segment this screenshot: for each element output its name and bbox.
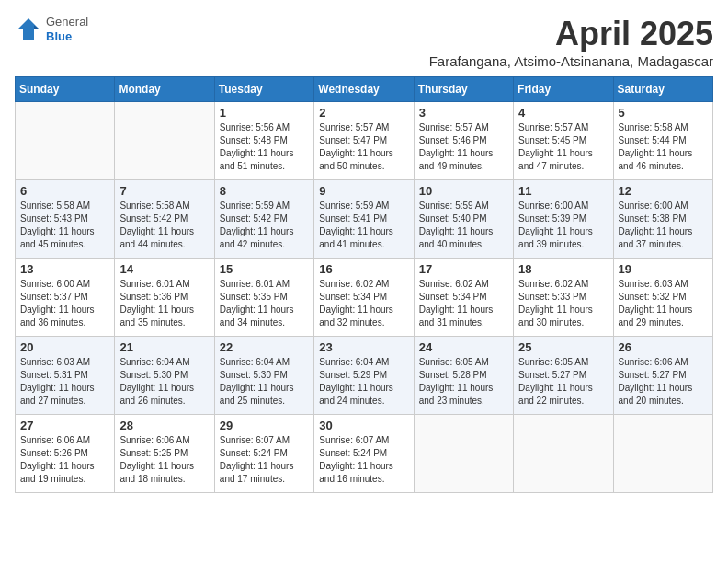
day-number: 8 [220,184,309,198]
calendar-table: SundayMondayTuesdayWednesdayThursdayFrid… [15,76,713,493]
cell-details: Sunrise: 5:59 AMSunset: 5:40 PMDaylight:… [419,201,494,249]
calendar-cell: 1Sunrise: 5:56 AMSunset: 5:48 PMDaylight… [214,102,313,180]
cell-details: Sunrise: 6:04 AMSunset: 5:30 PMDaylight:… [220,357,294,406]
calendar-cell: 25Sunrise: 6:05 AMSunset: 5:27 PMDayligh… [514,337,613,415]
day-number: 24 [419,340,508,354]
calendar-cell [115,102,214,180]
location-title: Farafangana, Atsimo-Atsinanana, Madagasc… [429,53,713,69]
calendar-body: 1Sunrise: 5:56 AMSunset: 5:48 PMDaylight… [16,102,713,493]
day-number: 10 [419,184,508,198]
calendar-cell: 5Sunrise: 5:58 AMSunset: 5:44 PMDaylight… [613,102,712,180]
calendar-cell: 8Sunrise: 5:59 AMSunset: 5:42 PMDaylight… [214,180,313,259]
calendar-cell: 26Sunrise: 6:06 AMSunset: 5:27 PMDayligh… [613,337,712,415]
calendar-week-row: 27Sunrise: 6:06 AMSunset: 5:26 PMDayligh… [16,415,713,493]
day-number: 20 [20,340,109,354]
cell-details: Sunrise: 5:59 AMSunset: 5:41 PMDaylight:… [319,201,393,249]
day-number: 16 [319,262,408,276]
calendar-cell: 3Sunrise: 5:57 AMSunset: 5:46 PMDaylight… [414,102,513,180]
calendar-cell: 11Sunrise: 6:00 AMSunset: 5:39 PMDayligh… [514,180,613,259]
day-number: 30 [319,419,408,432]
calendar-week-row: 1Sunrise: 5:56 AMSunset: 5:48 PMDaylight… [16,102,713,180]
cell-details: Sunrise: 5:58 AMSunset: 5:42 PMDaylight:… [119,201,194,249]
calendar-cell: 18Sunrise: 6:02 AMSunset: 5:33 PMDayligh… [514,259,613,337]
day-number: 15 [220,262,309,276]
logo: General Blue [15,15,88,43]
weekday-header-cell: Friday [514,77,613,102]
cell-details: Sunrise: 6:05 AMSunset: 5:28 PMDaylight:… [419,357,494,406]
weekday-header-cell: Wednesday [314,77,414,102]
calendar-cell: 13Sunrise: 6:00 AMSunset: 5:37 PMDayligh… [16,259,115,337]
calendar-cell: 27Sunrise: 6:06 AMSunset: 5:26 PMDayligh… [16,415,115,493]
cell-details: Sunrise: 6:04 AMSunset: 5:30 PMDaylight:… [119,357,194,406]
cell-details: Sunrise: 5:58 AMSunset: 5:43 PMDaylight:… [20,201,95,249]
calendar-cell: 19Sunrise: 6:03 AMSunset: 5:32 PMDayligh… [613,259,712,337]
day-number: 3 [419,106,508,120]
cell-details: Sunrise: 5:59 AMSunset: 5:42 PMDaylight:… [220,201,294,249]
cell-details: Sunrise: 5:57 AMSunset: 5:46 PMDaylight:… [419,122,494,171]
day-number: 5 [619,106,708,120]
day-number: 6 [20,184,109,198]
calendar-cell [613,415,712,493]
cell-details: Sunrise: 6:06 AMSunset: 5:26 PMDaylight:… [20,435,95,484]
calendar-cell: 6Sunrise: 5:58 AMSunset: 5:43 PMDaylight… [16,180,115,259]
calendar-cell: 29Sunrise: 6:07 AMSunset: 5:24 PMDayligh… [214,415,313,493]
calendar-week-row: 6Sunrise: 5:58 AMSunset: 5:43 PMDaylight… [16,180,713,259]
cell-details: Sunrise: 5:56 AMSunset: 5:48 PMDaylight:… [220,122,294,171]
calendar-cell: 12Sunrise: 6:00 AMSunset: 5:38 PMDayligh… [613,180,712,259]
cell-details: Sunrise: 5:58 AMSunset: 5:44 PMDaylight:… [619,122,693,171]
calendar-cell: 22Sunrise: 6:04 AMSunset: 5:30 PMDayligh… [214,337,313,415]
calendar-cell: 4Sunrise: 5:57 AMSunset: 5:45 PMDaylight… [514,102,613,180]
weekday-header-row: SundayMondayTuesdayWednesdayThursdayFrid… [16,77,713,102]
calendar-cell: 10Sunrise: 5:59 AMSunset: 5:40 PMDayligh… [414,180,513,259]
cell-details: Sunrise: 6:02 AMSunset: 5:34 PMDaylight:… [419,279,494,327]
cell-details: Sunrise: 6:00 AMSunset: 5:37 PMDaylight:… [20,279,95,327]
page-header: General Blue April 2025 Farafangana, Ats… [15,15,713,69]
weekday-header-cell: Sunday [16,77,115,102]
cell-details: Sunrise: 6:00 AMSunset: 5:39 PMDaylight:… [518,201,593,249]
cell-details: Sunrise: 6:06 AMSunset: 5:27 PMDaylight:… [619,357,693,406]
day-number: 28 [119,419,209,432]
cell-details: Sunrise: 6:05 AMSunset: 5:27 PMDaylight:… [518,357,593,406]
cell-details: Sunrise: 6:03 AMSunset: 5:32 PMDaylight:… [619,279,693,327]
day-number: 29 [220,419,309,432]
day-number: 26 [619,340,708,354]
calendar-cell: 21Sunrise: 6:04 AMSunset: 5:30 PMDayligh… [115,337,214,415]
title-area: April 2025 Farafangana, Atsimo-Atsinanan… [429,15,713,69]
calendar-cell: 16Sunrise: 6:02 AMSunset: 5:34 PMDayligh… [314,259,414,337]
day-number: 1 [220,106,309,120]
calendar-cell: 14Sunrise: 6:01 AMSunset: 5:36 PMDayligh… [115,259,214,337]
day-number: 25 [518,340,608,354]
calendar-cell: 23Sunrise: 6:04 AMSunset: 5:29 PMDayligh… [314,337,414,415]
day-number: 14 [119,262,209,276]
day-number: 23 [319,340,408,354]
calendar-cell [16,102,115,180]
weekday-header-cell: Saturday [613,77,712,102]
cell-details: Sunrise: 6:03 AMSunset: 5:31 PMDaylight:… [20,357,95,406]
day-number: 12 [619,184,708,198]
logo-general-text: General [46,15,88,29]
calendar-cell: 15Sunrise: 6:01 AMSunset: 5:35 PMDayligh… [214,259,313,337]
day-number: 17 [419,262,508,276]
calendar-cell: 17Sunrise: 6:02 AMSunset: 5:34 PMDayligh… [414,259,513,337]
day-number: 22 [220,340,309,354]
cell-details: Sunrise: 6:00 AMSunset: 5:38 PMDaylight:… [619,201,693,249]
calendar-cell: 24Sunrise: 6:05 AMSunset: 5:28 PMDayligh… [414,337,513,415]
day-number: 21 [119,340,209,354]
day-number: 2 [319,106,408,120]
day-number: 4 [518,106,608,120]
day-number: 13 [20,262,109,276]
day-number: 27 [20,419,109,432]
calendar-cell: 30Sunrise: 6:07 AMSunset: 5:24 PMDayligh… [314,415,414,493]
calendar-week-row: 20Sunrise: 6:03 AMSunset: 5:31 PMDayligh… [16,337,713,415]
weekday-header-cell: Tuesday [214,77,313,102]
month-title: April 2025 [429,15,713,53]
logo-icon [15,16,42,43]
cell-details: Sunrise: 5:57 AMSunset: 5:47 PMDaylight:… [319,122,393,171]
calendar-cell: 7Sunrise: 5:58 AMSunset: 5:42 PMDaylight… [115,180,214,259]
cell-details: Sunrise: 6:06 AMSunset: 5:25 PMDaylight:… [119,435,194,484]
day-number: 9 [319,184,408,198]
calendar-cell: 2Sunrise: 5:57 AMSunset: 5:47 PMDaylight… [314,102,414,180]
cell-details: Sunrise: 6:02 AMSunset: 5:33 PMDaylight:… [518,279,593,327]
calendar-week-row: 13Sunrise: 6:00 AMSunset: 5:37 PMDayligh… [16,259,713,337]
day-number: 19 [619,262,708,276]
